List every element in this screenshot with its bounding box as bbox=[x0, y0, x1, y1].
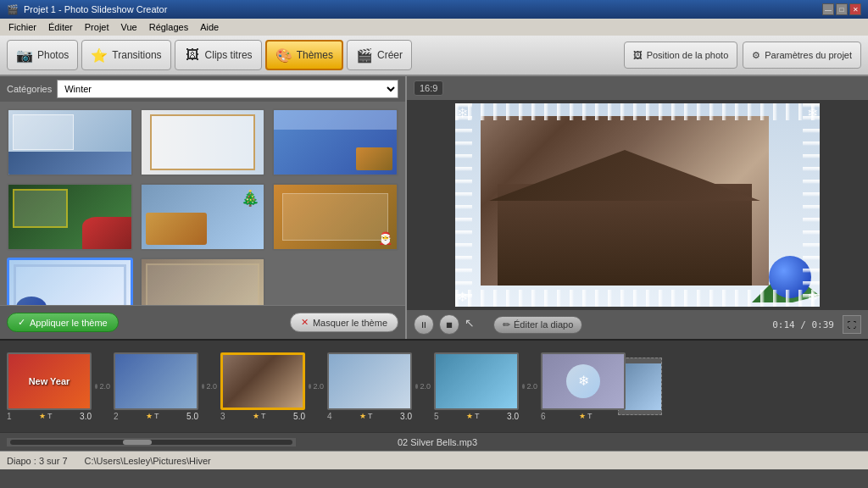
film-num-6: 6 bbox=[541, 412, 546, 421]
menu-fichier[interactable]: Fichier bbox=[3, 20, 42, 34]
pause-button[interactable]: ⏸ bbox=[414, 314, 434, 335]
edit-diapo-label: Éditer la diapo bbox=[514, 319, 573, 330]
scrollbar-track[interactable] bbox=[10, 440, 292, 445]
menu-editer[interactable]: Éditer bbox=[43, 20, 78, 34]
film-thumb-1[interactable]: New Year bbox=[7, 352, 92, 410]
theme-item-1[interactable] bbox=[7, 108, 133, 176]
scrollbar-thumb[interactable] bbox=[123, 440, 151, 445]
menu-reglages[interactable]: Réglages bbox=[144, 20, 193, 34]
film-item-6: ❄ 6 ★ T bbox=[537, 352, 629, 421]
maximize-button[interactable]: □ bbox=[836, 3, 848, 15]
apply-theme-label: Appliquer le thème bbox=[30, 318, 108, 328]
status-bar: Diapo : 3 sur 7 C:\Users\Lesley\Pictures… bbox=[0, 451, 868, 469]
theme-item-7[interactable]: 🎄 bbox=[7, 258, 133, 305]
theme-item-2[interactable] bbox=[140, 108, 266, 176]
title-bar-controls: — □ ✕ bbox=[822, 3, 861, 15]
diapo-status: Diapo : 3 sur 7 bbox=[7, 456, 68, 466]
preview-area: ❄ ❄ ❄ ❄ bbox=[407, 100, 868, 310]
spacer-dur-3: 2.0 bbox=[313, 382, 324, 391]
edit-diapo-button[interactable]: ✏ Éditer la diapo bbox=[493, 316, 582, 334]
film-icons-4: ★ T bbox=[359, 412, 373, 420]
creer-label: Créer bbox=[377, 49, 403, 61]
window-title: Projet 1 - Photo Slideshow Creator bbox=[24, 4, 167, 14]
theme-item-5[interactable]: 🎄 bbox=[140, 183, 266, 251]
themes-button[interactable]: 🎨 Thèmes bbox=[265, 40, 343, 70]
x-icon: ✕ bbox=[301, 317, 309, 328]
preview-image: ❄ ❄ ❄ ❄ bbox=[455, 103, 820, 307]
categories-select[interactable]: Winter Summer Spring bbox=[57, 80, 398, 98]
film-dur-5: 3.0 bbox=[507, 412, 519, 421]
music-track: 02 Silver Bells.mp3 bbox=[296, 437, 578, 447]
star-icon-6: ★ bbox=[579, 412, 586, 420]
film-meta-6: 6 ★ T bbox=[537, 412, 629, 421]
title-bar-left: 🎬 Projet 1 - Photo Slideshow Creator bbox=[7, 4, 167, 15]
theme-item-8[interactable]: 🎅 bbox=[140, 258, 266, 305]
preview-header: 16:9 bbox=[407, 76, 868, 100]
film-spacer-6 bbox=[632, 358, 648, 415]
t-icon-6: T bbox=[587, 412, 593, 420]
edit-icon: ✏ bbox=[503, 319, 510, 330]
themes-grid-container[interactable]: 🎄 🎅 🎄 bbox=[0, 102, 405, 305]
photos-button[interactable]: 📷 Photos bbox=[7, 40, 78, 70]
film-thumb-6[interactable]: ❄ bbox=[541, 352, 626, 410]
film-meta-2: 2 ★ T 5.0 bbox=[110, 412, 202, 421]
star-icon-4: ★ bbox=[359, 412, 366, 420]
stop-button[interactable]: ⏹ bbox=[439, 314, 459, 335]
film-num-3: 3 bbox=[220, 412, 225, 421]
t-icon-4: T bbox=[368, 412, 373, 420]
filmstrip: New Year 1 ★ T 3.0 2.0 2 ★ T 5.0 2 bbox=[0, 339, 868, 432]
main-content: Catégories Winter Summer Spring bbox=[0, 76, 868, 339]
theme-item-4[interactable] bbox=[7, 183, 133, 251]
categories-bar: Catégories Winter Summer Spring bbox=[0, 76, 405, 102]
film-meta-3: 3 ★ T 5.0 bbox=[217, 412, 309, 421]
film-thumb-2[interactable] bbox=[114, 352, 198, 410]
photos-label: Photos bbox=[37, 49, 69, 61]
theme-item-3[interactable] bbox=[272, 108, 398, 176]
themes-panel: Catégories Winter Summer Spring bbox=[0, 76, 407, 339]
film-meta-5: 5 ★ T 3.0 bbox=[431, 412, 522, 421]
toolbar: 📷 Photos ⭐ Transitions 🖼 Clips titres 🎨 … bbox=[0, 36, 868, 76]
film-dur-3: 5.0 bbox=[293, 412, 305, 421]
film-thumb-4[interactable] bbox=[327, 352, 412, 410]
clips-titres-button[interactable]: 🖼 Clips titres bbox=[175, 40, 262, 70]
themes-icon: 🎨 bbox=[275, 47, 292, 64]
clips-titres-label: Clips titres bbox=[205, 49, 253, 61]
film-dur-4: 3.0 bbox=[400, 412, 412, 421]
mask-theme-button[interactable]: ✕ Masquer le thème bbox=[290, 313, 398, 332]
position-photo-button[interactable]: 🖼 Position de la photo bbox=[624, 42, 738, 69]
spacer-dot-3 bbox=[309, 384, 311, 389]
film-icons-1: ★ T bbox=[39, 412, 53, 420]
minimize-button[interactable]: — bbox=[822, 3, 834, 15]
menu-vue[interactable]: Vue bbox=[116, 20, 142, 34]
apply-theme-button[interactable]: ✓ Appliquer le thème bbox=[7, 313, 119, 332]
film-num-4: 4 bbox=[327, 412, 332, 421]
toolbar-right: 🖼 Position de la photo ⚙ Paramètres du p… bbox=[624, 42, 861, 69]
film-item-3: 3 ★ T 5.0 bbox=[217, 352, 309, 421]
film-item-5: 5 ★ T 3.0 bbox=[431, 352, 522, 421]
fullscreen-button[interactable]: ⛶ bbox=[843, 315, 861, 334]
scrollbar-area[interactable] bbox=[7, 438, 296, 446]
film-thumb-5[interactable] bbox=[434, 352, 519, 410]
creer-button[interactable]: 🎬 Créer bbox=[347, 40, 412, 70]
position-icon: 🖼 bbox=[633, 50, 643, 60]
themes-label: Thèmes bbox=[297, 49, 333, 61]
spacer-dur-5: 2.0 bbox=[526, 382, 537, 391]
close-button[interactable]: ✕ bbox=[849, 3, 861, 15]
cursor-area: ↖ bbox=[465, 316, 481, 333]
app-icon: 🎬 bbox=[7, 4, 19, 15]
star-icon-1: ★ bbox=[39, 412, 46, 420]
film-thumb-3[interactable] bbox=[220, 352, 305, 410]
film-spacer-3: 2.0 bbox=[309, 358, 324, 415]
parametres-button[interactable]: ⚙ Paramètres du projet bbox=[743, 42, 861, 69]
menu-aide[interactable]: Aide bbox=[195, 20, 224, 34]
film-dur-2: 5.0 bbox=[186, 412, 198, 421]
menu-projet[interactable]: Projet bbox=[80, 20, 114, 34]
check-icon: ✓ bbox=[18, 317, 25, 328]
photos-icon: 📷 bbox=[16, 47, 33, 64]
transitions-button[interactable]: ⭐ Transitions bbox=[81, 40, 170, 70]
film-item-4: 4 ★ T 3.0 bbox=[324, 352, 415, 421]
gear-icon: ⚙ bbox=[752, 50, 760, 61]
spacer-dur-1: 2.0 bbox=[99, 382, 110, 391]
position-photo-label: Position de la photo bbox=[647, 50, 729, 60]
theme-item-6[interactable]: 🎅 bbox=[272, 183, 398, 251]
